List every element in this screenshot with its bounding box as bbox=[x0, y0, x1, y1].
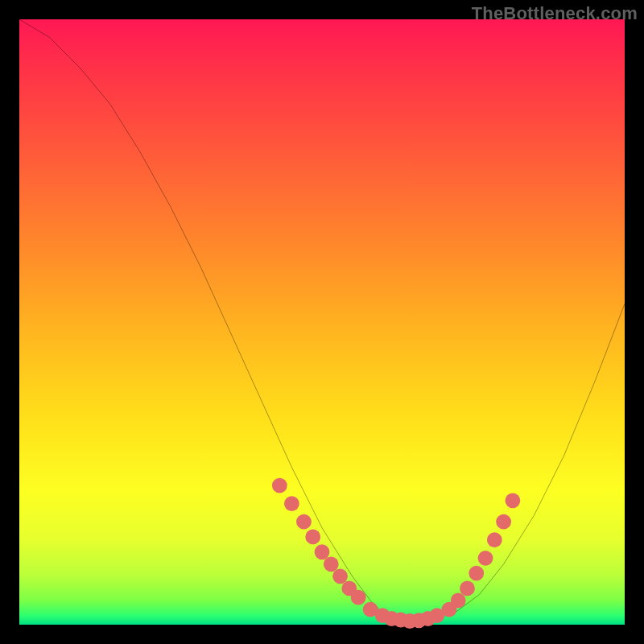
marker-dot bbox=[272, 478, 287, 493]
marker-dot bbox=[478, 551, 493, 566]
watermark-text: TheBottleneck.com bbox=[472, 3, 638, 24]
marker-dot bbox=[451, 593, 466, 609]
chart-svg bbox=[19, 19, 625, 625]
marker-dot bbox=[487, 532, 502, 547]
marker-dot bbox=[496, 514, 511, 530]
marker-dot bbox=[469, 566, 484, 581]
marker-dot bbox=[315, 544, 330, 559]
plot-area bbox=[19, 19, 625, 625]
marker-dot bbox=[332, 568, 348, 584]
marker-dot bbox=[284, 496, 299, 511]
marker-dot bbox=[351, 590, 366, 605]
marker-dot bbox=[296, 514, 312, 530]
main-curve bbox=[19, 19, 625, 621]
marker-dot bbox=[505, 493, 520, 508]
marker-dot bbox=[305, 530, 320, 545]
marker-dot bbox=[460, 580, 475, 596]
chart-frame: TheBottleneck.com bbox=[0, 0, 644, 644]
marker-dot bbox=[324, 556, 339, 572]
